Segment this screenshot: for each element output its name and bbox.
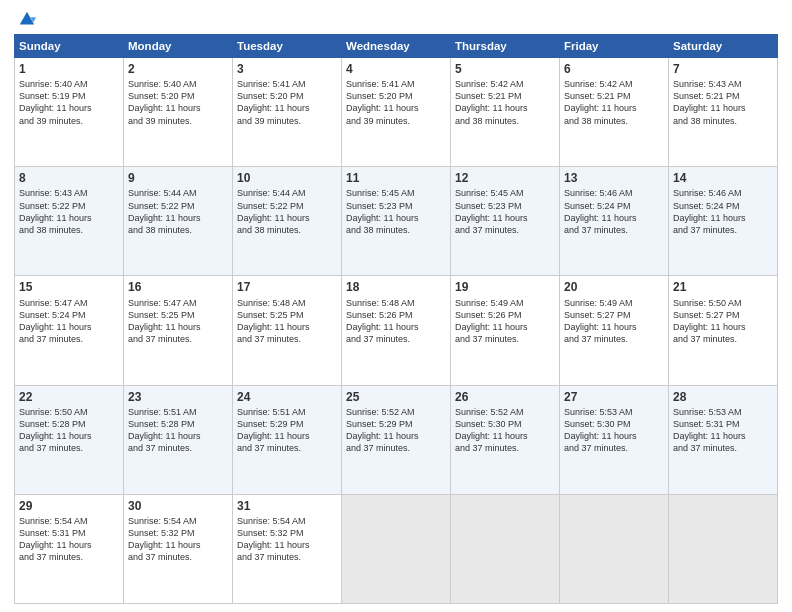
day-number: 31 [237, 498, 337, 514]
day-number: 15 [19, 279, 119, 295]
day-number: 30 [128, 498, 228, 514]
day-number: 13 [564, 170, 664, 186]
calendar-cell: 1Sunrise: 5:40 AMSunset: 5:19 PMDaylight… [15, 58, 124, 167]
calendar-cell: 3Sunrise: 5:41 AMSunset: 5:20 PMDaylight… [233, 58, 342, 167]
day-number: 1 [19, 61, 119, 77]
calendar-cell: 4Sunrise: 5:41 AMSunset: 5:20 PMDaylight… [342, 58, 451, 167]
day-number: 22 [19, 389, 119, 405]
calendar-cell: 21Sunrise: 5:50 AMSunset: 5:27 PMDayligh… [669, 276, 778, 385]
calendar-cell: 7Sunrise: 5:43 AMSunset: 5:21 PMDaylight… [669, 58, 778, 167]
day-number: 5 [455, 61, 555, 77]
day-number: 16 [128, 279, 228, 295]
calendar-cell [342, 494, 451, 603]
calendar-cell: 12Sunrise: 5:45 AMSunset: 5:23 PMDayligh… [451, 167, 560, 276]
day-number: 21 [673, 279, 773, 295]
day-number: 6 [564, 61, 664, 77]
calendar-cell: 10Sunrise: 5:44 AMSunset: 5:22 PMDayligh… [233, 167, 342, 276]
calendar-cell: 17Sunrise: 5:48 AMSunset: 5:25 PMDayligh… [233, 276, 342, 385]
day-of-week-header: Tuesday [233, 35, 342, 58]
day-number: 29 [19, 498, 119, 514]
day-number: 3 [237, 61, 337, 77]
calendar-cell: 5Sunrise: 5:42 AMSunset: 5:21 PMDaylight… [451, 58, 560, 167]
day-number: 26 [455, 389, 555, 405]
day-of-week-header: Monday [124, 35, 233, 58]
calendar-cell: 14Sunrise: 5:46 AMSunset: 5:24 PMDayligh… [669, 167, 778, 276]
day-number: 23 [128, 389, 228, 405]
calendar-cell: 15Sunrise: 5:47 AMSunset: 5:24 PMDayligh… [15, 276, 124, 385]
calendar-cell: 18Sunrise: 5:48 AMSunset: 5:26 PMDayligh… [342, 276, 451, 385]
day-number: 10 [237, 170, 337, 186]
logo-icon [18, 10, 36, 28]
header [14, 10, 778, 28]
calendar-cell: 29Sunrise: 5:54 AMSunset: 5:31 PMDayligh… [15, 494, 124, 603]
calendar-cell: 28Sunrise: 5:53 AMSunset: 5:31 PMDayligh… [669, 385, 778, 494]
day-number: 24 [237, 389, 337, 405]
day-number: 17 [237, 279, 337, 295]
calendar-cell: 22Sunrise: 5:50 AMSunset: 5:28 PMDayligh… [15, 385, 124, 494]
calendar-cell: 27Sunrise: 5:53 AMSunset: 5:30 PMDayligh… [560, 385, 669, 494]
day-of-week-header: Wednesday [342, 35, 451, 58]
calendar-cell: 30Sunrise: 5:54 AMSunset: 5:32 PMDayligh… [124, 494, 233, 603]
calendar-cell: 25Sunrise: 5:52 AMSunset: 5:29 PMDayligh… [342, 385, 451, 494]
day-number: 19 [455, 279, 555, 295]
logo [14, 10, 36, 28]
calendar-cell: 19Sunrise: 5:49 AMSunset: 5:26 PMDayligh… [451, 276, 560, 385]
day-number: 28 [673, 389, 773, 405]
day-number: 4 [346, 61, 446, 77]
day-number: 2 [128, 61, 228, 77]
calendar-cell [451, 494, 560, 603]
calendar-cell [669, 494, 778, 603]
calendar-cell: 23Sunrise: 5:51 AMSunset: 5:28 PMDayligh… [124, 385, 233, 494]
day-number: 12 [455, 170, 555, 186]
calendar-cell [560, 494, 669, 603]
day-number: 8 [19, 170, 119, 186]
calendar-cell: 13Sunrise: 5:46 AMSunset: 5:24 PMDayligh… [560, 167, 669, 276]
day-number: 25 [346, 389, 446, 405]
calendar-cell: 6Sunrise: 5:42 AMSunset: 5:21 PMDaylight… [560, 58, 669, 167]
calendar-cell: 8Sunrise: 5:43 AMSunset: 5:22 PMDaylight… [15, 167, 124, 276]
calendar-cell: 20Sunrise: 5:49 AMSunset: 5:27 PMDayligh… [560, 276, 669, 385]
calendar-cell: 26Sunrise: 5:52 AMSunset: 5:30 PMDayligh… [451, 385, 560, 494]
day-number: 9 [128, 170, 228, 186]
calendar-cell: 2Sunrise: 5:40 AMSunset: 5:20 PMDaylight… [124, 58, 233, 167]
calendar-cell: 24Sunrise: 5:51 AMSunset: 5:29 PMDayligh… [233, 385, 342, 494]
calendar-cell: 31Sunrise: 5:54 AMSunset: 5:32 PMDayligh… [233, 494, 342, 603]
day-number: 18 [346, 279, 446, 295]
day-number: 11 [346, 170, 446, 186]
day-of-week-header: Sunday [15, 35, 124, 58]
day-of-week-header: Saturday [669, 35, 778, 58]
day-of-week-header: Thursday [451, 35, 560, 58]
calendar-cell: 11Sunrise: 5:45 AMSunset: 5:23 PMDayligh… [342, 167, 451, 276]
day-number: 27 [564, 389, 664, 405]
calendar-table: SundayMondayTuesdayWednesdayThursdayFrid… [14, 34, 778, 604]
page-container: SundayMondayTuesdayWednesdayThursdayFrid… [0, 0, 792, 612]
day-of-week-header: Friday [560, 35, 669, 58]
calendar-cell: 16Sunrise: 5:47 AMSunset: 5:25 PMDayligh… [124, 276, 233, 385]
calendar-cell: 9Sunrise: 5:44 AMSunset: 5:22 PMDaylight… [124, 167, 233, 276]
day-number: 20 [564, 279, 664, 295]
day-number: 14 [673, 170, 773, 186]
day-number: 7 [673, 61, 773, 77]
